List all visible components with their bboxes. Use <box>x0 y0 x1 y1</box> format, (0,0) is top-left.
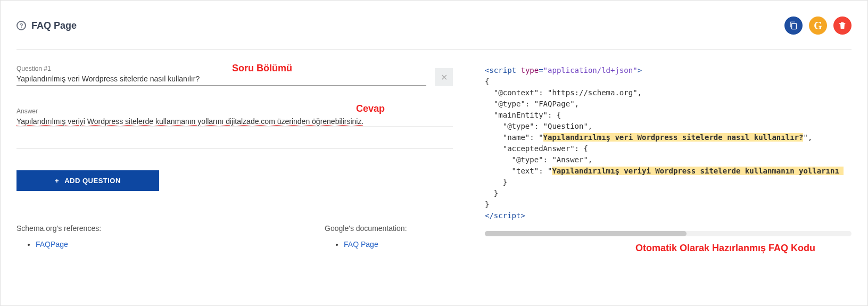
scrollbar-thumb[interactable] <box>485 231 687 236</box>
header-actions: G <box>784 16 852 35</box>
google-refs-heading: Google's documentation: <box>325 224 407 233</box>
delete-question-button[interactable]: ✕ <box>435 68 453 86</box>
schema-refs: Schema.org's references: FAQPage <box>16 224 101 249</box>
question-input[interactable] <box>16 72 426 86</box>
page-title-text: FAQ Page <box>31 20 77 31</box>
code-column: <script type="application/ld+json"> { "@… <box>485 65 852 249</box>
google-faqpage-link[interactable]: FAQ Page <box>344 240 378 249</box>
references: Schema.org's references: FAQPage Google'… <box>16 224 453 249</box>
form-column: Soru Bölümü Question #1 ✕ Cevap Answer Y… <box>16 65 453 249</box>
delete-button[interactable] <box>833 16 852 35</box>
answer-input[interactable]: Yapılandırılmış veriyi Wordpress siteler… <box>16 115 453 127</box>
page-title: ? FAQ Page <box>16 20 77 31</box>
add-question-label: ADD QUESTION <box>64 177 121 185</box>
schema-faqpage-link[interactable]: FAQPage <box>36 240 68 249</box>
google-refs: Google's documentation: FAQ Page <box>325 224 407 249</box>
help-icon: ? <box>16 21 26 30</box>
add-question-button[interactable]: + ADD QUESTION <box>16 170 159 191</box>
page-header: ? FAQ Page G <box>16 16 852 50</box>
plus-icon: + <box>55 177 59 185</box>
copy-icon <box>789 21 798 30</box>
trash-icon <box>838 21 847 30</box>
question-label: Question #1 <box>16 65 426 72</box>
google-button[interactable]: G <box>809 16 827 35</box>
answer-label: Answer <box>16 107 453 115</box>
close-icon: ✕ <box>441 72 448 82</box>
answer-text: Yapılandırılmış veriyi Wordpress siteler… <box>16 117 363 126</box>
code-scrollbar[interactable] <box>485 231 852 236</box>
schema-refs-heading: Schema.org's references: <box>16 224 101 233</box>
code-output: <script type="application/ld+json"> { "@… <box>485 65 852 221</box>
copy-button[interactable] <box>784 16 803 35</box>
google-icon: G <box>814 20 822 32</box>
annotation-code: Otomatik Olarak Hazırlanmış FAQ Kodu <box>635 243 815 254</box>
